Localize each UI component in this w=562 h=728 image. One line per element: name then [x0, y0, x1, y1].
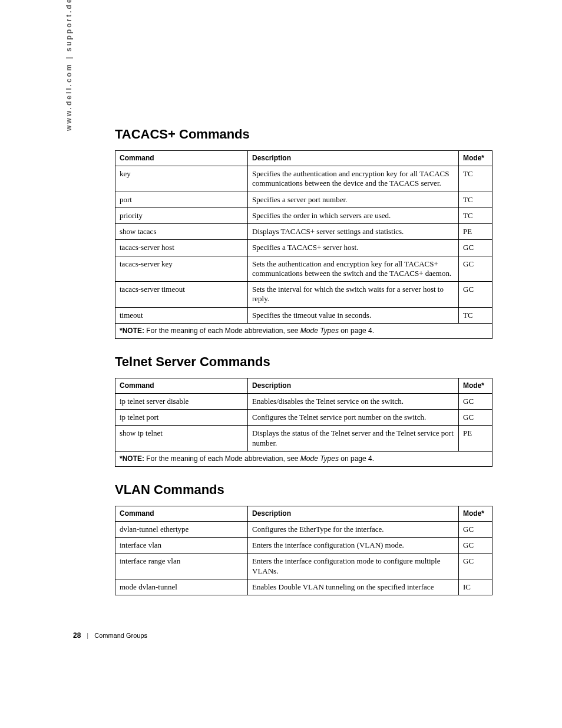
mode-cell: GC	[459, 554, 492, 579]
command-table: CommandDescriptionMode*dvlan-tunnel ethe…	[115, 506, 492, 595]
footer-divider: |	[87, 632, 88, 639]
mode-cell: PE	[459, 224, 492, 240]
command-cell: tacacs-server key	[115, 256, 248, 282]
command-cell: tacacs-server timeout	[115, 282, 248, 308]
mode-cell: GC	[459, 521, 492, 537]
section-title: Telnet Server Commands	[115, 354, 492, 370]
description-cell: Displays the status of the Telnet server…	[248, 426, 459, 452]
column-header-command: Command	[115, 506, 248, 521]
table-row: mode dvlan-tunnelEnables Double VLAN tun…	[115, 579, 492, 595]
table-row: prioritySpecifies the order in which ser…	[115, 207, 492, 223]
column-header-description: Description	[248, 151, 459, 166]
mode-cell: TC	[459, 207, 492, 223]
command-cell: interface range vlan	[115, 554, 248, 579]
description-cell: Configures the Telnet service port numbe…	[248, 410, 459, 426]
description-cell: Specifies the order in which servers are…	[248, 207, 459, 223]
column-header-mode: Mode*	[459, 506, 492, 521]
mode-cell: PE	[459, 426, 492, 452]
command-cell: tacacs-server host	[115, 240, 248, 256]
table-row: timeoutSpecifies the timeout value in se…	[115, 307, 492, 323]
column-header-command: Command	[115, 378, 248, 393]
mode-cell: GC	[459, 240, 492, 256]
column-header-description: Description	[248, 378, 459, 393]
description-cell: Displays TACACS+ server settings and sta…	[248, 224, 459, 240]
description-cell: Enables Double VLAN tunneling on the spe…	[248, 579, 459, 595]
description-cell: Specifies a TACACS+ server host.	[248, 240, 459, 256]
command-cell: dvlan-tunnel ethertype	[115, 521, 248, 537]
description-cell: Specifies a server port number.	[248, 192, 459, 207]
description-cell: Enters the interface configuration mode …	[248, 554, 459, 579]
note-cell: *NOTE: For the meaning of each Mode abbr…	[115, 451, 492, 466]
mode-cell: TC	[459, 166, 492, 192]
table-row: ip telnet server disableEnables/disables…	[115, 393, 492, 409]
note-bold-label: *NOTE:	[120, 327, 144, 335]
column-header-mode: Mode*	[459, 378, 492, 393]
description-cell: Enters the interface configuration (VLAN…	[248, 538, 459, 554]
section-title: VLAN Commands	[115, 482, 492, 498]
command-cell: ip telnet server disable	[115, 393, 248, 409]
table-row: ip telnet portConfigures the Telnet serv…	[115, 410, 492, 426]
command-table: CommandDescriptionMode*keySpecifies the …	[115, 150, 492, 339]
note-row: *NOTE: For the meaning of each Mode abbr…	[115, 323, 492, 338]
table-row: tacacs-server keySets the authentication…	[115, 256, 492, 282]
section-title: TACACS+ Commands	[115, 127, 492, 142]
table-row: interface range vlanEnters the interface…	[115, 554, 492, 579]
note-bold-label: *NOTE:	[120, 454, 144, 463]
note-row: *NOTE: For the meaning of each Mode abbr…	[115, 451, 492, 466]
column-header-mode: Mode*	[459, 151, 492, 166]
table-row: interface vlanEnters the interface confi…	[115, 538, 492, 554]
table-row: tacacs-server timeoutSets the interval f…	[115, 282, 492, 308]
mode-cell: GC	[459, 282, 492, 308]
command-cell: show ip telnet	[115, 426, 248, 452]
description-cell: Sets the interval for which the switch w…	[248, 282, 459, 308]
mode-cell: GC	[459, 538, 492, 554]
mode-cell: TC	[459, 192, 492, 207]
page: www.dell.com | support.dell.com TACACS+ …	[0, 0, 562, 728]
note-italic-link: Mode Types	[300, 327, 339, 335]
description-cell: Specifies the authentication and encrypt…	[248, 166, 459, 192]
note-cell: *NOTE: For the meaning of each Mode abbr…	[115, 323, 492, 338]
column-header-description: Description	[248, 506, 459, 521]
description-cell: Configures the EtherType for the interfa…	[248, 521, 459, 537]
page-footer: 28 | Command Groups	[73, 631, 147, 640]
table-row: dvlan-tunnel ethertypeConfigures the Eth…	[115, 521, 492, 537]
command-cell: key	[115, 166, 248, 192]
table-row: portSpecifies a server port number.TC	[115, 192, 492, 207]
side-url-text: www.dell.com | support.dell.com	[65, 0, 73, 131]
command-table: CommandDescriptionMode*ip telnet server …	[115, 378, 492, 467]
table-row: keySpecifies the authentication and encr…	[115, 166, 492, 192]
command-cell: priority	[115, 207, 248, 223]
mode-cell: GC	[459, 256, 492, 282]
mode-cell: TC	[459, 307, 492, 323]
table-row: show tacacsDisplays TACACS+ server setti…	[115, 224, 492, 240]
command-cell: interface vlan	[115, 538, 248, 554]
command-cell: port	[115, 192, 248, 207]
command-cell: show tacacs	[115, 224, 248, 240]
command-cell: timeout	[115, 307, 248, 323]
page-number: 28	[73, 631, 81, 640]
table-row: tacacs-server hostSpecifies a TACACS+ se…	[115, 240, 492, 256]
description-cell: Specifies the timeout value in seconds.	[248, 307, 459, 323]
description-cell: Enables/disables the Telnet service on t…	[248, 393, 459, 409]
mode-cell: GC	[459, 393, 492, 409]
footer-section-name: Command Groups	[94, 632, 147, 639]
content-host: TACACS+ CommandsCommandDescriptionMode*k…	[115, 127, 492, 595]
note-italic-link: Mode Types	[300, 454, 339, 463]
mode-cell: GC	[459, 410, 492, 426]
command-cell: ip telnet port	[115, 410, 248, 426]
command-cell: mode dvlan-tunnel	[115, 579, 248, 595]
description-cell: Sets the authentication and encryption k…	[248, 256, 459, 282]
table-row: show ip telnetDisplays the status of the…	[115, 426, 492, 452]
column-header-command: Command	[115, 151, 248, 166]
mode-cell: IC	[459, 579, 492, 595]
